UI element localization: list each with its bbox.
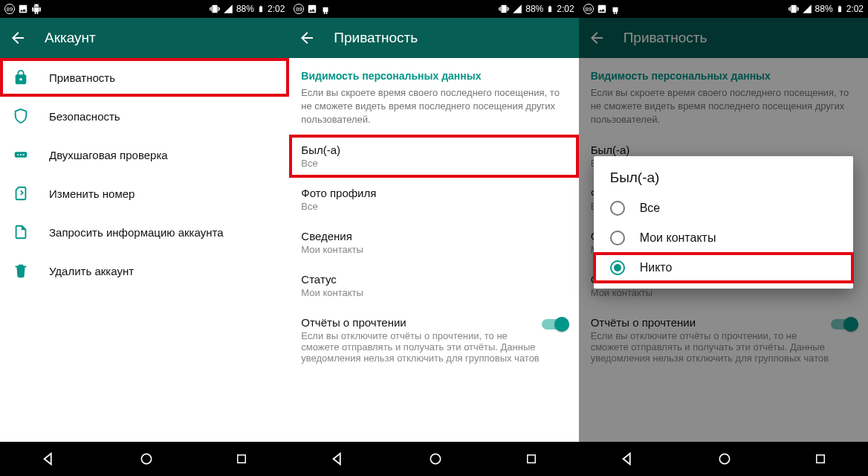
vibrate-icon: [499, 4, 509, 14]
back-button[interactable]: [9, 29, 27, 47]
option-my-contacts[interactable]: Мои контакты: [594, 223, 853, 253]
pref-title: Сведения: [301, 230, 566, 242]
signal-icon: [223, 4, 233, 14]
section-helper: Если вы скроете время своего последнего …: [579, 86, 868, 135]
option-label: Мои контакты: [640, 231, 716, 245]
battery-icon: [546, 4, 554, 14]
status-bar: 89 88% 2:02: [289, 0, 578, 18]
image-icon: [307, 4, 317, 14]
item-privacy[interactable]: Приватность: [0, 58, 289, 97]
sim-icon: [12, 184, 30, 202]
item-request-info[interactable]: Запросить информацию аккаунта: [0, 213, 289, 251]
item-security[interactable]: Безопасность: [0, 97, 289, 135]
nav-back-button[interactable]: [620, 451, 636, 467]
read-receipts-toggle[interactable]: [831, 319, 856, 329]
section-header: Видимость персональных данных: [289, 58, 578, 86]
nav-bar: [579, 442, 868, 476]
option-everyone[interactable]: Все: [594, 193, 853, 223]
item-label: Запросить информацию аккаунта: [49, 226, 223, 239]
app-bar: Приватность: [289, 18, 578, 58]
nav-bar: [0, 442, 289, 476]
nav-back-button[interactable]: [330, 451, 346, 467]
item-change-number[interactable]: Изменить номер: [0, 174, 289, 213]
svg-point-2: [20, 154, 22, 155]
pref-sub: Все: [301, 158, 566, 169]
pref-title: Фото профиля: [301, 187, 566, 199]
option-nobody[interactable]: Никто: [594, 253, 853, 283]
signal-icon: [802, 4, 812, 14]
pref-status[interactable]: Статус Мои контакты: [289, 264, 578, 307]
pref-sub: Если вы отключите отчёты о прочтении, то…: [591, 330, 831, 364]
nav-recent-button[interactable]: [814, 452, 827, 466]
image-icon: [18, 4, 28, 14]
nav-recent-button[interactable]: [525, 452, 538, 466]
pref-sub: Если вы отключите отчёты о прочтении, то…: [301, 330, 541, 364]
nav-home-button[interactable]: [428, 451, 443, 466]
nav-back-button[interactable]: [41, 451, 57, 467]
clock-text: 2:02: [268, 4, 285, 14]
battery-percent: 88%: [236, 4, 254, 14]
pref-read-receipts[interactable]: Отчёты о прочтении Если вы отключите отч…: [289, 307, 578, 373]
nav-recent-button[interactable]: [235, 452, 248, 466]
privacy-content: Видимость персональных данных Если вы ск…: [289, 58, 578, 442]
screen-account: 89 88% 2:02 Аккаунт Приватность Безопасн…: [0, 0, 289, 476]
page-title: Приватность: [624, 30, 707, 46]
pref-about[interactable]: Сведения Мои контакты: [289, 221, 578, 264]
pref-title: Статус: [301, 273, 566, 286]
pref-last-seen[interactable]: Был(-а) Все: [289, 135, 578, 178]
signal-icon: [512, 4, 522, 14]
option-label: Никто: [640, 261, 673, 274]
vibrate-icon: [788, 4, 799, 14]
svg-point-3: [23, 154, 25, 155]
item-label: Удалить аккаунт: [49, 265, 134, 277]
dots-icon: [12, 146, 30, 164]
document-icon: [12, 223, 30, 241]
notif-badge-icon: 89: [294, 4, 304, 14]
item-two-step[interactable]: Двухшаговая проверка: [0, 135, 289, 174]
item-delete-account[interactable]: Удалить аккаунт: [0, 251, 289, 290]
battery-icon: [836, 4, 843, 14]
item-label: Изменить номер: [49, 187, 135, 200]
trash-icon: [12, 262, 30, 280]
back-button[interactable]: [298, 29, 316, 47]
screen-privacy-dialog: 89 88% 2:02 Приватность Видимость персон…: [579, 0, 868, 476]
pref-sub: Мои контакты: [301, 287, 566, 298]
app-bar: Приватность: [579, 18, 868, 58]
item-label: Двухшаговая проверка: [49, 149, 168, 161]
pref-title: Был(-а): [301, 144, 566, 156]
image-icon: [597, 4, 607, 14]
pref-sub: Мои контакты: [301, 244, 566, 255]
pref-read-receipts[interactable]: Отчёты о прочтении Если вы отключите отч…: [579, 307, 868, 373]
notif-badge-icon: 89: [583, 4, 594, 14]
svg-point-6: [430, 454, 440, 463]
radio-icon: [610, 201, 625, 216]
android-icon: [610, 4, 621, 14]
battery-percent: 88%: [525, 4, 543, 14]
svg-point-1: [17, 154, 19, 155]
last-seen-dialog: Был(-а) Все Мои контакты Никто: [594, 156, 853, 289]
lock-icon: [12, 68, 30, 86]
page-title: Приватность: [334, 30, 418, 46]
android-icon: [31, 4, 42, 14]
page-title: Аккаунт: [45, 30, 96, 46]
pref-title: Отчёты о прочтении: [591, 316, 831, 329]
back-button[interactable]: [588, 29, 606, 47]
battery-percent: 88%: [815, 4, 833, 14]
nav-home-button[interactable]: [139, 451, 154, 466]
shield-icon: [12, 107, 30, 125]
pref-sub: Все: [301, 201, 566, 212]
account-list: Приватность Безопасность Двухшаговая про…: [0, 58, 289, 442]
nav-bar: [289, 442, 578, 476]
pref-profile-photo[interactable]: Фото профиля Все: [289, 178, 578, 221]
dialog-title: Был(-а): [594, 170, 853, 193]
nav-home-button[interactable]: [717, 451, 732, 466]
svg-point-4: [141, 454, 151, 463]
status-bar: 89 88% 2:02: [0, 0, 289, 18]
radio-icon: [610, 260, 625, 275]
item-label: Приватность: [49, 71, 115, 84]
section-header: Видимость персональных данных: [579, 58, 868, 86]
svg-rect-9: [817, 455, 825, 463]
read-receipts-toggle[interactable]: [542, 319, 567, 329]
svg-rect-7: [527, 455, 535, 463]
svg-rect-5: [238, 455, 246, 463]
